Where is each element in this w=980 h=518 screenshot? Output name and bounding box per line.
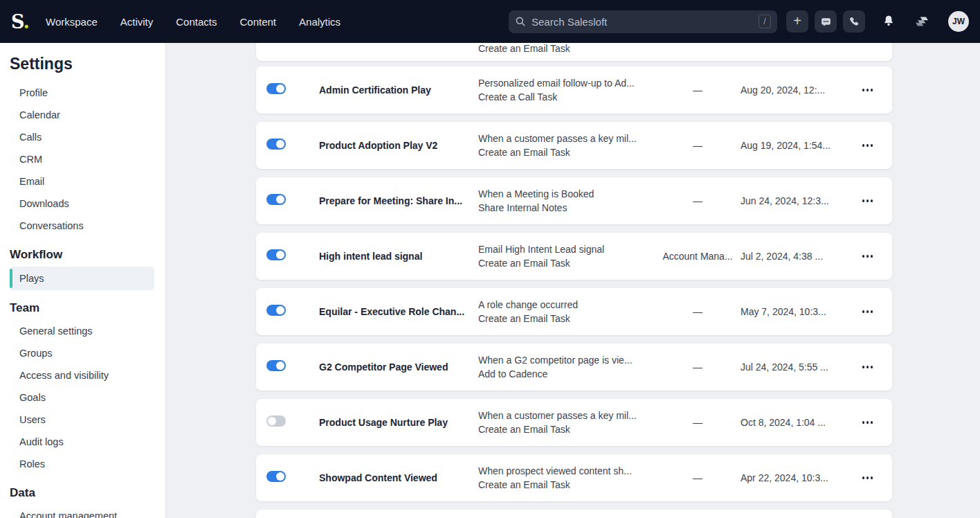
sidebar-item-label: Email bbox=[19, 176, 44, 187]
sidebar-item-goals[interactable]: Goals bbox=[10, 386, 154, 409]
chat-button[interactable] bbox=[815, 10, 837, 33]
play-row[interactable]: Prepare for Meeting: Share In... When a … bbox=[256, 177, 892, 224]
sidebar-item-groups[interactable]: Groups bbox=[10, 342, 154, 364]
play-enabled-toggle[interactable] bbox=[266, 471, 286, 482]
row-menu-button[interactable] bbox=[861, 417, 875, 428]
play-description: When a G2 competitor page is vie... Add … bbox=[478, 353, 655, 381]
sidebar-item-downloads[interactable]: Downloads bbox=[10, 193, 154, 215]
play-action: Create a Call Task bbox=[478, 90, 655, 104]
menu-cell bbox=[837, 84, 892, 96]
sidebar-item-label: Users bbox=[19, 414, 46, 425]
sidebar-item-calendar[interactable]: Calendar bbox=[10, 104, 154, 126]
bell-icon[interactable] bbox=[882, 15, 895, 28]
play-enabled-toggle[interactable] bbox=[266, 194, 286, 205]
nav-item-analytics[interactable]: Analytics bbox=[299, 16, 341, 28]
row-menu-button[interactable] bbox=[861, 84, 875, 96]
add-button[interactable]: + bbox=[786, 10, 808, 33]
play-team: — bbox=[655, 472, 741, 483]
play-action: Create an Email Task bbox=[478, 145, 655, 159]
sidebar-item-audit-logs[interactable]: Audit logs bbox=[10, 431, 154, 453]
play-trigger: A role change occurred bbox=[478, 298, 655, 312]
toggle-cell bbox=[266, 360, 319, 374]
sidebar-item-label: Plays bbox=[19, 273, 44, 284]
play-team: — bbox=[655, 361, 741, 373]
sidebar-item-roles[interactable]: Roles bbox=[10, 453, 154, 475]
phone-button[interactable] bbox=[843, 10, 865, 33]
play-action: Create an Email Task bbox=[478, 478, 655, 492]
play-row-partial-top[interactable]: Create an Email Task bbox=[256, 43, 892, 61]
play-description: Email High Intent Lead signal Create an … bbox=[478, 242, 655, 270]
sidebar-item-plays[interactable]: Plays bbox=[10, 267, 154, 290]
play-trigger: When a Meeting is Booked bbox=[478, 187, 655, 201]
sidebar-item-access-and-visibility[interactable]: Access and visibility bbox=[10, 364, 154, 386]
row-menu-button[interactable] bbox=[861, 472, 875, 483]
sidebar-item-conversations[interactable]: Conversations bbox=[10, 215, 154, 237]
play-name[interactable]: High intent lead signal bbox=[319, 251, 478, 262]
play-trigger: When a customer passes a key mil... bbox=[478, 132, 655, 145]
play-date: May 7, 2024, 10:3... bbox=[741, 306, 837, 317]
sidebar-item-label: Account management bbox=[19, 510, 117, 518]
play-name[interactable]: Product Adoption Play V2 bbox=[319, 140, 478, 151]
play-description: Personalized email follow-up to Ad... Cr… bbox=[478, 76, 655, 104]
sidebar-item-profile[interactable]: Profile bbox=[10, 82, 154, 104]
toggle-knob bbox=[276, 84, 284, 93]
row-menu-button[interactable] bbox=[861, 251, 875, 262]
play-team: — bbox=[655, 84, 741, 96]
play-enabled-toggle[interactable] bbox=[266, 360, 286, 371]
play-name[interactable]: Showpad Content Viewed bbox=[319, 472, 478, 483]
play-date: Jun 24, 2024, 12:3... bbox=[741, 195, 837, 206]
sidebar-item-label: Downloads bbox=[19, 198, 69, 209]
menu-cell bbox=[837, 195, 892, 206]
play-row[interactable]: High intent lead signal Email High Inten… bbox=[256, 233, 892, 280]
nav-item-workspace[interactable]: Workspace bbox=[46, 16, 98, 28]
plays-list: Admin Certification Play Personalized em… bbox=[256, 66, 980, 501]
nav-item-contacts[interactable]: Contacts bbox=[176, 16, 217, 28]
play-description: When prospect viewed content sh... Creat… bbox=[478, 464, 655, 492]
play-name[interactable]: Admin Certification Play bbox=[319, 84, 478, 96]
row-menu-button[interactable] bbox=[861, 140, 875, 151]
sidebar-item-label: Goals bbox=[19, 392, 46, 403]
sidebar-item-account-management[interactable]: Account management bbox=[10, 505, 154, 518]
nav-item-content[interactable]: Content bbox=[239, 16, 276, 28]
play-action: Add to Cadence bbox=[478, 367, 655, 381]
play-enabled-toggle[interactable] bbox=[266, 83, 286, 94]
row-menu-button[interactable] bbox=[861, 361, 875, 373]
row-menu-button[interactable] bbox=[861, 306, 875, 317]
nav-item-activity[interactable]: Activity bbox=[120, 16, 154, 28]
menu-cell bbox=[837, 306, 892, 317]
toggle-cell bbox=[266, 83, 319, 97]
toggle-knob bbox=[276, 306, 284, 314]
play-row[interactable]: Showpad Content Viewed When prospect vie… bbox=[256, 454, 892, 501]
play-row[interactable]: Admin Certification Play Personalized em… bbox=[256, 66, 892, 114]
apps-icon[interactable] bbox=[914, 15, 929, 28]
sidebar-item-calls[interactable]: Calls bbox=[10, 126, 154, 148]
global-search[interactable]: / bbox=[509, 10, 777, 33]
play-trigger: Email High Intent Lead signal bbox=[478, 242, 655, 256]
sidebar-item-crm[interactable]: CRM bbox=[10, 148, 154, 170]
play-team: Account Mana... bbox=[655, 251, 741, 262]
play-trigger: When a G2 competitor page is vie... bbox=[478, 353, 655, 367]
row-menu-button[interactable] bbox=[861, 195, 875, 206]
play-row[interactable]: Equilar - Executive Role Chan... A role … bbox=[256, 288, 892, 335]
search-input[interactable] bbox=[532, 16, 759, 28]
play-row[interactable]: G2 Competitor Page Viewed When a G2 comp… bbox=[256, 343, 892, 391]
sidebar-item-users[interactable]: Users bbox=[10, 409, 154, 431]
user-avatar[interactable]: JW bbox=[948, 11, 969, 32]
play-enabled-toggle[interactable] bbox=[266, 416, 286, 427]
play-enabled-toggle[interactable] bbox=[266, 305, 286, 316]
play-action: Create an Email Task bbox=[478, 43, 655, 55]
sidebar-item-label: Roles bbox=[19, 458, 45, 470]
play-team: — bbox=[655, 140, 741, 151]
sidebar-item-general-settings[interactable]: General settings bbox=[10, 320, 154, 342]
play-name[interactable]: Equilar - Executive Role Chan... bbox=[319, 306, 478, 317]
play-row-partial-bottom[interactable] bbox=[256, 510, 892, 518]
play-name[interactable]: Prepare for Meeting: Share In... bbox=[319, 195, 478, 206]
play-name[interactable]: Product Usage Nurture Play bbox=[319, 417, 478, 428]
sidebar-item-email[interactable]: Email bbox=[10, 170, 154, 193]
play-row[interactable]: Product Usage Nurture Play When a custom… bbox=[256, 399, 892, 446]
play-name[interactable]: G2 Competitor Page Viewed bbox=[319, 361, 478, 373]
play-enabled-toggle[interactable] bbox=[266, 139, 286, 150]
play-enabled-toggle[interactable] bbox=[266, 249, 286, 260]
salesloft-logo[interactable]: S. bbox=[11, 11, 37, 33]
play-row[interactable]: Product Adoption Play V2 When a customer… bbox=[256, 122, 892, 169]
